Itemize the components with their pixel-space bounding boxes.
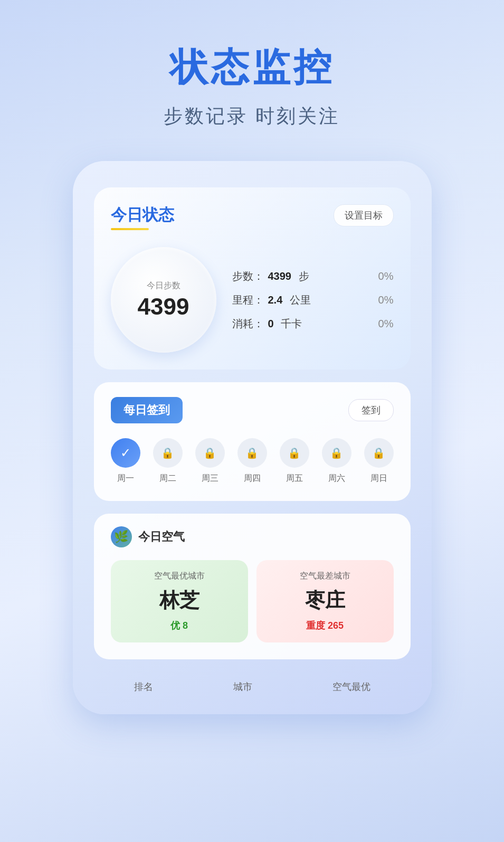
day-item: 🔒周六 [322, 438, 351, 484]
set-goal-button[interactable]: 设置目标 [334, 204, 394, 226]
day-circle-locked[interactable]: 🔒 [364, 438, 394, 468]
air-quality-card: 🌿 今日空气 空气最优城市 林芝 优 8 空气最差城市 枣庄 重度 265 [94, 514, 411, 659]
air-best-city-name: 林芝 [159, 587, 199, 614]
day-label: 周六 [328, 473, 345, 484]
day-label: 周日 [370, 473, 387, 484]
today-status-label: 今日状态 [111, 204, 174, 230]
steps-circle-value: 4399 [138, 294, 189, 320]
day-item: 🔒周三 [195, 438, 225, 484]
stat-unit: 公里 [287, 293, 311, 307]
air-best-quality: 优 8 [170, 619, 188, 632]
stat-label: 消耗： [232, 317, 264, 331]
days-row: ✓周一🔒周二🔒周三🔒周四🔒周五🔒周六🔒周日 [111, 438, 394, 484]
day-circle-locked[interactable]: 🔒 [153, 438, 183, 468]
steps-circle: 今日步数 4399 [111, 247, 216, 353]
stat-pct: 0% [378, 318, 394, 330]
day-circle-locked[interactable]: 🔒 [322, 438, 351, 468]
lock-icon: 🔒 [330, 447, 343, 459]
stats-info: 步数：4399 步0%里程：2.4 公里0%消耗：0 千卡0% [232, 269, 394, 331]
stat-value: 4399 [268, 270, 292, 282]
lock-icon: 🔒 [203, 447, 216, 459]
day-circle-locked[interactable]: 🔒 [280, 438, 309, 468]
card-header: 今日状态 设置目标 [111, 204, 394, 230]
stat-pct: 0% [378, 294, 394, 306]
nav-item-2[interactable]: 空气最优 [332, 680, 370, 693]
page-subtitle: 步数记录 时刻关注 [164, 103, 340, 129]
stat-row: 里程：2.4 公里0% [232, 293, 394, 307]
checkin-card: 每日签到 签到 ✓周一🔒周二🔒周三🔒周四🔒周五🔒周六🔒周日 [94, 382, 411, 501]
stat-value: 2.4 [268, 294, 283, 306]
stat-pct: 0% [378, 270, 394, 282]
day-label: 周四 [244, 473, 261, 484]
lock-icon: 🔒 [372, 447, 385, 459]
air-worst-quality: 重度 265 [306, 619, 344, 632]
bottom-nav: 排名城市空气最优 [94, 672, 411, 693]
nav-item-1[interactable]: 城市 [233, 680, 252, 693]
stat-label: 步数： [232, 269, 264, 283]
checkin-button[interactable]: 签到 [348, 399, 394, 421]
stat-unit: 步 [296, 269, 309, 283]
checkin-title-badge: 每日签到 [111, 397, 183, 423]
check-icon: ✓ [120, 446, 131, 460]
air-title: 今日空气 [138, 529, 185, 545]
lock-icon: 🔒 [288, 447, 301, 459]
day-item: 🔒周四 [237, 438, 267, 484]
air-icon: 🌿 [111, 526, 132, 547]
lock-icon: 🔒 [161, 447, 174, 459]
day-label: 周五 [286, 473, 303, 484]
stats-row: 今日步数 4399 步数：4399 步0%里程：2.4 公里0%消耗：0 千卡0… [111, 247, 394, 353]
day-label: 周一 [117, 473, 134, 484]
page-title: 状态监控 [170, 42, 335, 93]
today-status-card: 今日状态 设置目标 今日步数 4399 步数：4399 步0%里程：2.4 公里… [94, 187, 411, 370]
day-label: 周二 [159, 473, 176, 484]
day-item: 🔒周五 [280, 438, 309, 484]
lock-icon: 🔒 [245, 447, 259, 459]
air-worst-city-card: 空气最差城市 枣庄 重度 265 [256, 560, 394, 642]
stat-label: 里程： [232, 293, 264, 307]
air-best-category: 空气最优城市 [154, 571, 205, 582]
stat-unit: 千卡 [278, 317, 302, 331]
day-item: 🔒周二 [153, 438, 183, 484]
day-circle-locked[interactable]: 🔒 [237, 438, 267, 468]
air-header: 🌿 今日空气 [111, 526, 394, 547]
checkin-header: 每日签到 签到 [111, 397, 394, 423]
air-worst-city-name: 枣庄 [305, 587, 345, 614]
day-item: 🔒周日 [364, 438, 394, 484]
day-circle-active[interactable]: ✓ [111, 438, 140, 468]
air-cities-row: 空气最优城市 林芝 优 8 空气最差城市 枣庄 重度 265 [111, 560, 394, 642]
day-circle-locked[interactable]: 🔒 [195, 438, 225, 468]
stat-row: 消耗：0 千卡0% [232, 317, 394, 331]
steps-circle-label: 今日步数 [147, 280, 180, 291]
stat-row: 步数：4399 步0% [232, 269, 394, 283]
stat-value: 0 [268, 318, 274, 330]
day-item: ✓周一 [111, 438, 140, 484]
nav-item-0[interactable]: 排名 [134, 680, 153, 693]
phone-frame: 今日状态 设置目标 今日步数 4399 步数：4399 步0%里程：2.4 公里… [73, 161, 432, 714]
air-worst-category: 空气最差城市 [300, 571, 350, 582]
day-label: 周三 [202, 473, 218, 484]
air-best-city-card: 空气最优城市 林芝 优 8 [111, 560, 248, 642]
